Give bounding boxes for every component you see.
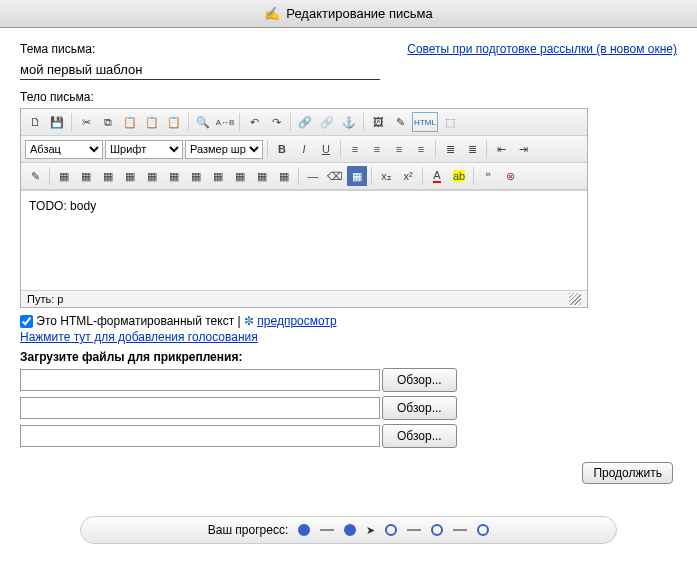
- align-left-icon[interactable]: ≡: [345, 139, 365, 159]
- page-title: Редактирование письма: [286, 6, 432, 21]
- paste-icon[interactable]: 📋: [120, 112, 140, 132]
- editor-path-label: Путь: p: [27, 293, 63, 305]
- indent-icon[interactable]: ⇥: [513, 139, 533, 159]
- paste-text-icon[interactable]: 📋: [142, 112, 162, 132]
- arrow-icon: ➤: [366, 524, 375, 537]
- file-path-input-2[interactable]: [20, 397, 380, 419]
- html-format-checkbox[interactable]: [20, 315, 33, 328]
- blockquote-icon[interactable]: ❝: [478, 166, 498, 186]
- file-path-input-3[interactable]: [20, 425, 380, 447]
- html-source-button[interactable]: HTML: [412, 112, 438, 132]
- insert-table-icon[interactable]: ▦: [54, 166, 74, 186]
- progress-indicator: Ваш прогресс: ➤: [80, 516, 617, 544]
- spellcheck-icon[interactable]: ⊗: [500, 166, 520, 186]
- add-voting-link[interactable]: Нажмите тут для добавления голосования: [20, 330, 258, 344]
- insert-row-before-icon[interactable]: ▦: [120, 166, 140, 186]
- subscript-icon[interactable]: x₂: [376, 166, 396, 186]
- cleanup-icon[interactable]: ✎: [390, 112, 410, 132]
- image-icon[interactable]: 🖼: [368, 112, 388, 132]
- progress-step-3-icon: [385, 524, 397, 536]
- table-cell-props-icon[interactable]: ▦: [98, 166, 118, 186]
- remove-format-icon[interactable]: ⌫: [325, 166, 345, 186]
- paragraph-format-select[interactable]: Абзац: [25, 140, 103, 159]
- save-icon[interactable]: 💾: [47, 112, 67, 132]
- continue-button[interactable]: Продолжить: [582, 462, 673, 484]
- font-size-select[interactable]: Размер шри: [185, 140, 263, 159]
- cut-icon[interactable]: ✂: [76, 112, 96, 132]
- tips-link[interactable]: Советы при подготовке рассылки (в новом …: [407, 42, 677, 56]
- align-center-icon[interactable]: ≡: [367, 139, 387, 159]
- progress-label: Ваш прогресс:: [208, 523, 289, 537]
- split-cells-icon[interactable]: ▦: [252, 166, 272, 186]
- subject-input[interactable]: [20, 60, 380, 80]
- insert-col-before-icon[interactable]: ▦: [186, 166, 206, 186]
- bullet-list-icon[interactable]: ≣: [440, 139, 460, 159]
- paste-word-icon[interactable]: 📋: [164, 112, 184, 132]
- underline-icon[interactable]: U: [316, 139, 336, 159]
- merge-cells-icon[interactable]: ▦: [274, 166, 294, 186]
- delete-row-icon[interactable]: ▦: [164, 166, 184, 186]
- browse-button-1[interactable]: Обзор...: [382, 368, 457, 392]
- outdent-icon[interactable]: ⇤: [491, 139, 511, 159]
- replace-icon[interactable]: A↔B: [215, 112, 235, 132]
- resize-grip-icon[interactable]: [569, 293, 581, 305]
- unlink-icon[interactable]: 🔗: [317, 112, 337, 132]
- anchor-icon[interactable]: ⚓: [339, 112, 359, 132]
- hr-icon[interactable]: —: [303, 166, 323, 186]
- copy-icon[interactable]: ⧉: [98, 112, 118, 132]
- italic-icon[interactable]: I: [294, 139, 314, 159]
- insert-col-after-icon[interactable]: ▦: [208, 166, 228, 186]
- undo-icon[interactable]: ↶: [244, 112, 264, 132]
- upload-label: Загрузите файлы для прикрепления:: [20, 350, 677, 364]
- progress-step-5-icon: [477, 524, 489, 536]
- insert-row-after-icon[interactable]: ▦: [142, 166, 162, 186]
- body-label: Тело письма:: [20, 90, 677, 104]
- find-icon[interactable]: 🔍: [193, 112, 213, 132]
- progress-step-4-icon: [431, 524, 443, 536]
- toggle-guidelines-icon[interactable]: ▦: [347, 166, 367, 186]
- superscript-icon[interactable]: x²: [398, 166, 418, 186]
- redo-icon[interactable]: ↷: [266, 112, 286, 132]
- text-color-icon[interactable]: A: [427, 166, 447, 186]
- number-list-icon[interactable]: ≣: [462, 139, 482, 159]
- align-justify-icon[interactable]: ≡: [411, 139, 431, 159]
- link-icon[interactable]: 🔗: [295, 112, 315, 132]
- progress-step-1-icon: [298, 524, 310, 536]
- page-header: ✍ Редактирование письма: [0, 0, 697, 28]
- browse-button-3[interactable]: Обзор...: [382, 424, 457, 448]
- table-row-props-icon[interactable]: ▦: [76, 166, 96, 186]
- asterisk-icon: ✼: [244, 314, 254, 328]
- edit-icon: ✍: [264, 6, 280, 21]
- font-family-select[interactable]: Шрифт: [105, 140, 183, 159]
- align-right-icon[interactable]: ≡: [389, 139, 409, 159]
- edit-style-icon[interactable]: ✎: [25, 166, 45, 186]
- preview-link[interactable]: предпросмотр: [257, 314, 336, 328]
- browse-button-2[interactable]: Обзор...: [382, 396, 457, 420]
- new-doc-icon[interactable]: 🗋: [25, 112, 45, 132]
- help-icon[interactable]: ⬚: [440, 112, 460, 132]
- editor-content[interactable]: TODO: body: [21, 190, 587, 290]
- file-path-input-1[interactable]: [20, 369, 380, 391]
- background-color-icon[interactable]: ab: [449, 166, 469, 186]
- subject-label: Тема письма:: [20, 42, 95, 56]
- delete-col-icon[interactable]: ▦: [230, 166, 250, 186]
- progress-step-2-icon: [344, 524, 356, 536]
- rich-text-editor: 🗋 💾 ✂ ⧉ 📋 📋 📋 🔍 A↔B ↶ ↷ 🔗 🔗 ⚓ 🖼 ✎ HTML ⬚: [20, 108, 588, 308]
- html-format-label: Это HTML-форматированный текст: [36, 314, 234, 328]
- bold-icon[interactable]: B: [272, 139, 292, 159]
